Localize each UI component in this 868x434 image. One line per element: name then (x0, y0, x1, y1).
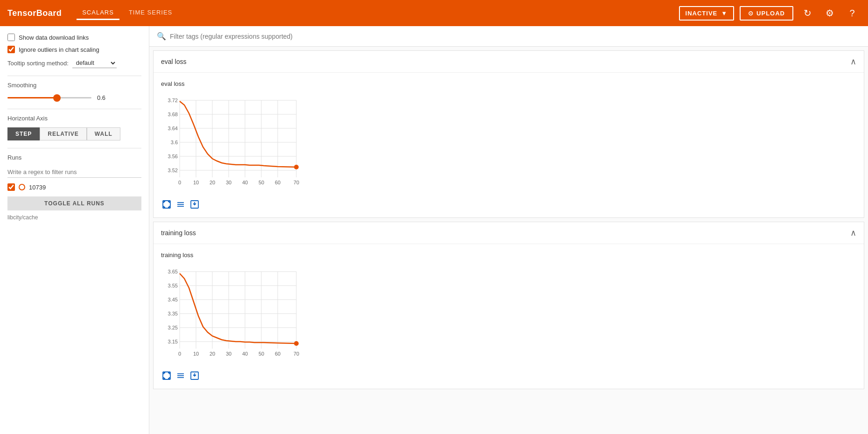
svg-point-28 (294, 165, 299, 169)
main-nav: SCALARS TIME SERIES (77, 6, 178, 20)
tooltip-sort-label: Tooltip sorting method: (7, 60, 69, 67)
axis-button-group: STEP RELATIVE WALL (7, 127, 141, 140)
training-loss-collapse-button[interactable]: ∧ (850, 228, 856, 238)
run-checkbox-10739[interactable] (7, 183, 15, 191)
eval-loss-section: eval loss ∧ eval loss (153, 50, 864, 218)
svg-text:10: 10 (193, 351, 199, 357)
svg-text:3.6: 3.6 (171, 140, 178, 145)
svg-text:10: 10 (193, 180, 199, 185)
nav-item-scalars[interactable]: SCALARS (77, 6, 119, 20)
training-loss-svg: 3.65 3.55 3.45 3.35 3.25 3.15 0 10 20 (161, 262, 310, 365)
svg-text:3.56: 3.56 (168, 154, 178, 159)
svg-text:70: 70 (294, 180, 299, 185)
refresh-button[interactable]: ↻ (799, 5, 816, 21)
svg-text:60: 60 (275, 351, 280, 357)
smoothing-slider[interactable] (7, 97, 91, 98)
svg-text:3.15: 3.15 (168, 339, 178, 344)
svg-text:20: 20 (210, 351, 215, 357)
chevron-down-icon: ▼ (721, 10, 728, 17)
svg-text:3.35: 3.35 (168, 311, 178, 316)
header: TensorBoard SCALARS TIME SERIES INACTIVE… (0, 0, 868, 26)
app-body: Show data download links Ignore outliers… (0, 26, 868, 434)
help-button[interactable]: ? (844, 5, 861, 21)
settings-button[interactable]: ⚙ (821, 5, 838, 21)
svg-text:30: 30 (226, 180, 231, 185)
svg-text:0: 0 (178, 351, 181, 357)
status-dropdown[interactable]: INACTIVE ▼ (679, 6, 735, 21)
svg-text:3.45: 3.45 (168, 297, 178, 302)
show-data-links-row: Show data download links (7, 34, 141, 41)
runs-section: Runs 10739 TOGGLE ALL RUNS libcity/cache (7, 154, 141, 221)
eval-loss-section-title: eval loss (161, 58, 186, 65)
cache-label: libcity/cache (7, 214, 141, 221)
svg-text:3.55: 3.55 (168, 283, 178, 288)
eval-loss-data-button[interactable] (175, 199, 186, 210)
tooltip-sort-select[interactable]: default ascending descending nearest (72, 58, 117, 68)
show-data-links-label: Show data download links (19, 34, 89, 41)
training-loss-section-title: training loss (161, 229, 196, 237)
svg-text:0: 0 (178, 180, 181, 185)
horizontal-axis-label: Horizontal Axis (7, 115, 141, 122)
show-data-links-checkbox[interactable] (7, 34, 15, 41)
smoothing-value: 0.6 (97, 94, 105, 101)
svg-text:40: 40 (242, 180, 248, 185)
search-icon: 🔍 (157, 32, 166, 41)
horizontal-axis-section: Horizontal Axis STEP RELATIVE WALL (7, 115, 141, 140)
sidebar: Show data download links Ignore outliers… (0, 26, 149, 434)
svg-text:3.25: 3.25 (168, 325, 178, 330)
training-loss-chart-container: training loss (154, 244, 864, 389)
eval-loss-chart-area: 3.72 3.68 3.64 3.6 3.56 3.52 0 10 20 (161, 91, 310, 194)
upload-icon: ⊙ (748, 10, 754, 17)
eval-loss-header: eval loss ∧ (154, 51, 864, 73)
svg-text:20: 20 (210, 180, 215, 185)
options-section: Show data download links Ignore outliers… (7, 34, 141, 68)
training-loss-section: training loss ∧ training loss (153, 222, 864, 389)
main-content: 🔍 eval loss ∧ eval loss (149, 26, 868, 434)
upload-button[interactable]: ⊙ UPLOAD (740, 6, 793, 21)
eval-loss-svg: 3.72 3.68 3.64 3.6 3.56 3.52 0 10 20 (161, 91, 310, 194)
runs-label: Runs (7, 154, 141, 161)
smoothing-section: Smoothing 0.6 (7, 82, 141, 101)
svg-text:3.52: 3.52 (168, 168, 178, 173)
ignore-outliers-label: Ignore outliers in chart scaling (19, 46, 99, 53)
training-loss-download-button[interactable] (189, 370, 200, 381)
ignore-outliers-checkbox[interactable] (7, 46, 15, 53)
svg-text:50: 50 (259, 180, 264, 185)
toggle-all-runs-button[interactable]: TOGGLE ALL RUNS (7, 196, 141, 210)
eval-loss-chart-title: eval loss (161, 80, 856, 87)
eval-loss-download-button[interactable] (189, 199, 200, 210)
axis-btn-relative[interactable]: RELATIVE (40, 127, 86, 140)
training-loss-data-button[interactable] (175, 370, 186, 381)
tooltip-sort-row: Tooltip sorting method: default ascendin… (7, 58, 141, 68)
training-loss-chart-actions (161, 370, 856, 381)
run-row: 10739 (7, 183, 141, 191)
nav-item-time-series[interactable]: TIME SERIES (123, 6, 178, 20)
svg-text:60: 60 (275, 180, 280, 185)
axis-btn-wall[interactable]: WALL (87, 127, 120, 140)
header-right: INACTIVE ▼ ⊙ UPLOAD ↻ ⚙ ? (679, 5, 861, 21)
eval-loss-expand-button[interactable] (161, 199, 172, 210)
svg-text:50: 50 (259, 351, 264, 357)
svg-text:30: 30 (226, 351, 231, 357)
svg-text:3.72: 3.72 (168, 98, 178, 103)
axis-btn-step[interactable]: STEP (7, 127, 40, 140)
runs-filter-input[interactable] (7, 167, 141, 178)
eval-loss-chart-actions (161, 199, 856, 210)
eval-loss-collapse-button[interactable]: ∧ (850, 56, 856, 67)
eval-loss-chart-container: eval loss (154, 73, 864, 217)
svg-text:70: 70 (294, 351, 299, 357)
svg-point-63 (294, 341, 299, 346)
training-loss-header: training loss ∧ (154, 222, 864, 244)
training-loss-expand-button[interactable] (161, 370, 172, 381)
filter-bar: 🔍 (149, 26, 868, 47)
smoothing-slider-row: 0.6 (7, 94, 141, 101)
ignore-outliers-row: Ignore outliers in chart scaling (7, 46, 141, 53)
training-loss-chart-title: training loss (161, 252, 856, 259)
smoothing-label: Smoothing (7, 82, 141, 89)
filter-tags-input[interactable] (170, 33, 861, 40)
run-name-10739: 10739 (29, 184, 46, 191)
app-logo: TensorBoard (7, 8, 62, 18)
svg-text:40: 40 (242, 351, 248, 357)
svg-text:3.65: 3.65 (168, 269, 178, 274)
svg-text:3.68: 3.68 (168, 112, 178, 117)
